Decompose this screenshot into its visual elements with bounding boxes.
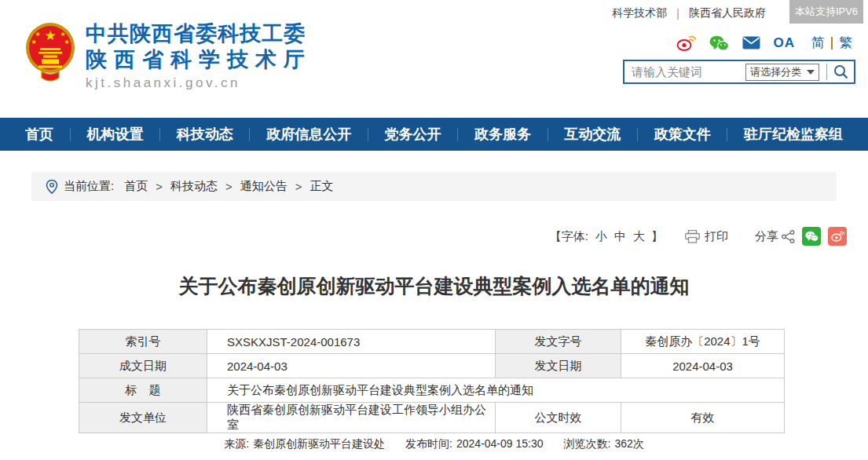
lang-simplified-link[interactable]: 简 <box>811 34 825 52</box>
nav-divider <box>457 128 458 141</box>
meta-value-issuing-unit: 陕西省秦创原创新驱动平台建设工作领导小组办公室 <box>207 403 496 433</box>
breadcrumb-separator: > <box>153 180 165 193</box>
svg-text:★: ★ <box>60 31 65 38</box>
share-label: 分享 <box>755 229 778 244</box>
site-search-bar: 请选择分类 <box>623 60 855 84</box>
wechat-icon <box>805 231 819 242</box>
national-emblem-icon: ★ ★ ★ ★ ★ <box>25 21 75 86</box>
ipv6-support-badge[interactable]: 本站支持IPV6 <box>789 0 863 24</box>
share-weibo-button[interactable] <box>828 227 847 246</box>
table-row: 发文单位 陕西省秦创原创新驱动平台建设工作领导小组办公室 公文时效 有效 <box>79 403 785 433</box>
weibo-icon <box>831 231 844 242</box>
document-meta-table: 索引号 SXSKXJST-2024-001673 发文字号 秦创原办〔2024〕… <box>79 329 785 433</box>
nav-item-home[interactable]: 首页 <box>25 125 53 144</box>
nav-item-gov-services[interactable]: 政务服务 <box>474 125 531 144</box>
source-value: 秦创原创新驱动平台建设处 <box>253 437 385 451</box>
main-nav: 首页 机构设置 科技动态 政府信息公开 党务公开 政务服务 互动交流 政策文件 … <box>0 118 868 151</box>
nav-divider <box>368 128 368 141</box>
category-select[interactable]: 请选择分类 <box>745 64 819 81</box>
lang-divider <box>831 37 833 49</box>
nav-item-discipline-inspection[interactable]: 驻厅纪检监察组 <box>744 125 843 144</box>
topbar-link-provincial-gov[interactable]: 陕西省人民政府 <box>689 6 766 20</box>
table-row: 索引号 SXSKXJST-2024-001673 发文字号 秦创原办〔2024〕… <box>79 330 785 354</box>
nav-divider <box>637 128 638 141</box>
font-size-medium-button[interactable]: 中 <box>614 229 626 244</box>
search-icon <box>833 64 848 79</box>
lang-traditional-link[interactable]: 繁 <box>839 34 852 52</box>
breadcrumb-separator: > <box>223 180 235 193</box>
meta-label-title: 标 题 <box>79 378 207 403</box>
topbar: 科学技术部 | 陕西省人民政府 <box>612 6 766 20</box>
meta-label-issuing-unit: 发文单位 <box>79 403 207 433</box>
site-logo[interactable]: ★ ★ ★ ★ ★ 中共陕西省委科技工委 陕西省科学技术厅 kjt.shaanx… <box>25 21 312 91</box>
breadcrumb-notices[interactable]: 通知公告 <box>240 179 288 194</box>
article-source-line: 来源: 秦创原创新驱动平台建设处 发布时间: 2024-04-09 15:30 … <box>0 437 868 451</box>
nav-item-organization[interactable]: 机构设置 <box>86 125 143 144</box>
breadcrumb-scitech-news[interactable]: 科技动态 <box>170 179 218 194</box>
meta-value-title: 关于公布秦创原创新驱动平台建设典型案例入选名单的通知 <box>207 378 785 403</box>
breadcrumb-separator: > <box>293 180 305 193</box>
font-size-suffix: 】 <box>651 229 663 244</box>
nav-divider <box>159 128 160 141</box>
nav-item-policy-documents[interactable]: 政策文件 <box>654 125 711 144</box>
svg-text:★: ★ <box>64 38 69 46</box>
nav-item-interaction[interactable]: 互动交流 <box>564 125 621 144</box>
meta-value-index-number: SXSKXJST-2024-001673 <box>207 330 496 354</box>
quick-links-row: OA 简 繁 <box>676 34 853 52</box>
site-url: kjt.shaanxi.gov.cn <box>86 75 312 91</box>
search-input[interactable] <box>624 65 745 78</box>
breadcrumb: 当前位置: 首页 > 科技动态 > 通知公告 > 正文 <box>31 172 837 201</box>
nav-divider <box>70 128 71 141</box>
org-name-line2: 陕西省科学技术厅 <box>86 46 312 73</box>
chevron-down-icon <box>807 70 815 75</box>
category-select-value: 请选择分类 <box>750 65 801 79</box>
wechat-icon[interactable] <box>709 35 729 51</box>
topbar-separator: | <box>676 7 679 20</box>
share-nodes-icon <box>782 230 795 243</box>
nav-item-scitech-news[interactable]: 科技动态 <box>177 125 233 144</box>
svg-text:★: ★ <box>44 28 56 43</box>
meta-value-document-number: 秦创原办〔2024〕1号 <box>621 330 785 354</box>
share-wechat-button[interactable] <box>802 227 821 246</box>
meta-label-document-number: 发文字号 <box>496 330 621 354</box>
font-size-prefix: 【字体: <box>550 229 588 244</box>
breadcrumb-home[interactable]: 首页 <box>124 179 148 194</box>
view-count-label: 浏览次数: <box>564 437 611 451</box>
svg-text:★: ★ <box>31 38 36 46</box>
location-pin-icon <box>46 179 58 195</box>
language-switch: 简 繁 <box>811 34 852 52</box>
nav-item-info-disclosure[interactable]: 政府信息公开 <box>266 125 351 144</box>
view-count-value: 362次 <box>614 437 643 451</box>
meta-value-validity: 有效 <box>621 403 785 433</box>
search-button[interactable] <box>827 61 854 82</box>
font-size-large-button[interactable]: 大 <box>633 229 645 244</box>
nav-divider <box>727 128 727 141</box>
weibo-icon[interactable] <box>676 35 696 51</box>
meta-label-index-number: 索引号 <box>79 330 207 354</box>
meta-label-written-date: 成文日期 <box>79 354 207 378</box>
breadcrumb-current: 正文 <box>309 179 333 194</box>
svg-text:★: ★ <box>35 31 40 38</box>
oa-link[interactable]: OA <box>774 35 796 51</box>
nav-divider <box>249 128 250 141</box>
breadcrumb-label: 当前位置: <box>64 179 114 194</box>
table-row: 成文日期 2024-04-03 发文日期 2024-04-03 <box>79 354 785 378</box>
topbar-link-most[interactable]: 科学技术部 <box>612 6 667 20</box>
printer-icon[interactable] <box>685 230 700 243</box>
mail-icon[interactable] <box>742 36 760 49</box>
publish-time-label: 发布时间: <box>405 437 452 451</box>
print-button[interactable]: 打印 <box>705 229 728 244</box>
meta-label-validity: 公文时效 <box>496 403 621 433</box>
publish-time-value: 2024-04-09 15:30 <box>456 437 544 451</box>
meta-value-written-date: 2024-04-03 <box>207 354 496 378</box>
meta-value-issue-date: 2024-04-03 <box>621 354 785 378</box>
source-label: 来源: <box>224 437 249 451</box>
table-row: 标 题 关于公布秦创原创新驱动平台建设典型案例入选名单的通知 <box>79 378 785 403</box>
meta-label-issue-date: 发文日期 <box>496 354 621 378</box>
nav-item-party-affairs[interactable]: 党务公开 <box>385 125 441 144</box>
article-tools: 【字体: 小 中 大 】 打印 分享 <box>550 227 847 246</box>
nav-divider <box>548 128 548 141</box>
page-title: 关于公布秦创原创新驱动平台建设典型案例入选名单的通知 <box>0 273 868 299</box>
org-name-line1: 中共陕西省委科技工委 <box>86 21 312 46</box>
font-size-small-button[interactable]: 小 <box>595 229 607 244</box>
